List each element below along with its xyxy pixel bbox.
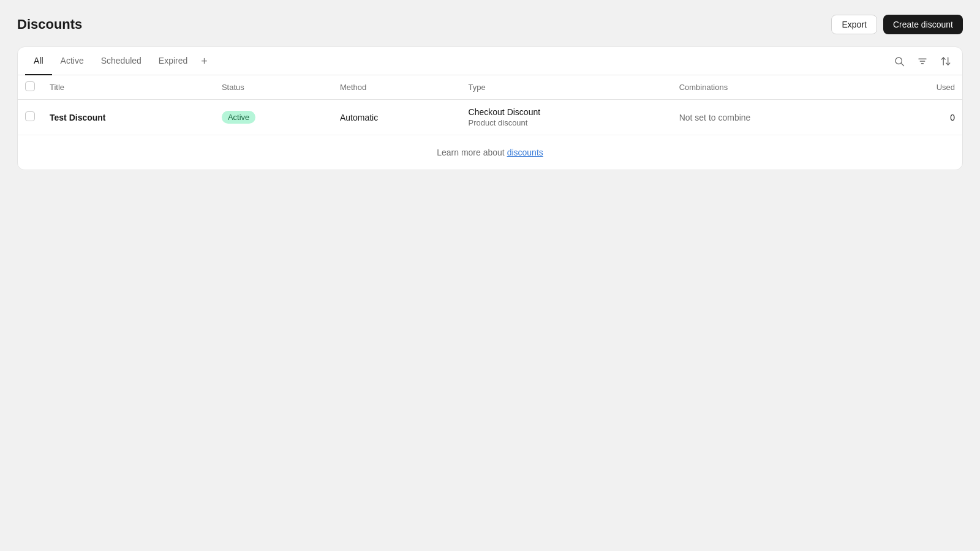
select-all-header bbox=[18, 75, 42, 100]
search-icon bbox=[894, 56, 905, 67]
tab-all[interactable]: All bbox=[25, 47, 52, 75]
col-header-method: Method bbox=[333, 75, 461, 100]
discounts-card: All Active Scheduled Expired + bbox=[17, 47, 963, 170]
tabs-right bbox=[890, 52, 955, 70]
status-badge: Active bbox=[222, 111, 255, 124]
col-header-used: Used bbox=[881, 75, 962, 100]
col-header-type: Type bbox=[461, 75, 672, 100]
row-combinations: Not set to combine bbox=[672, 100, 881, 135]
row-used: 0 bbox=[881, 100, 962, 135]
page-title: Discounts bbox=[17, 17, 82, 32]
table-row[interactable]: Test Discount Active Automatic Checkout … bbox=[18, 100, 962, 135]
header-actions: Export Create discount bbox=[831, 15, 963, 34]
sort-button[interactable] bbox=[937, 52, 955, 70]
create-discount-button[interactable]: Create discount bbox=[883, 15, 963, 34]
learn-more-section: Learn more about discounts bbox=[18, 135, 962, 170]
tab-scheduled[interactable]: Scheduled bbox=[92, 47, 150, 75]
tabs-left: All Active Scheduled Expired + bbox=[25, 47, 213, 75]
discounts-table: Title Status Method Type Combinations Us… bbox=[18, 75, 962, 135]
row-type: Checkout Discount Product discount bbox=[461, 100, 672, 135]
export-button[interactable]: Export bbox=[831, 15, 876, 34]
col-header-combinations: Combinations bbox=[672, 75, 881, 100]
row-checkbox[interactable] bbox=[25, 111, 35, 121]
page-header: Discounts Export Create discount bbox=[17, 15, 963, 34]
col-header-title: Title bbox=[42, 75, 214, 100]
row-title: Test Discount bbox=[42, 100, 214, 135]
row-status: Active bbox=[214, 100, 333, 135]
select-all-checkbox[interactable] bbox=[25, 81, 35, 91]
tab-expired[interactable]: Expired bbox=[150, 47, 196, 75]
discounts-link[interactable]: discounts bbox=[507, 148, 543, 157]
filter-button[interactable] bbox=[913, 52, 932, 70]
add-tab-button[interactable]: + bbox=[196, 50, 213, 73]
sort-icon bbox=[940, 56, 951, 67]
tab-active[interactable]: Active bbox=[52, 47, 92, 75]
row-checkbox-cell bbox=[18, 100, 42, 135]
learn-more-text: Learn more about bbox=[437, 148, 507, 157]
tabs-bar: All Active Scheduled Expired + bbox=[18, 47, 962, 75]
col-header-status: Status bbox=[214, 75, 333, 100]
row-method: Automatic bbox=[333, 100, 461, 135]
filter-icon bbox=[917, 56, 928, 67]
search-button[interactable] bbox=[890, 52, 908, 70]
svg-line-1 bbox=[901, 63, 903, 66]
